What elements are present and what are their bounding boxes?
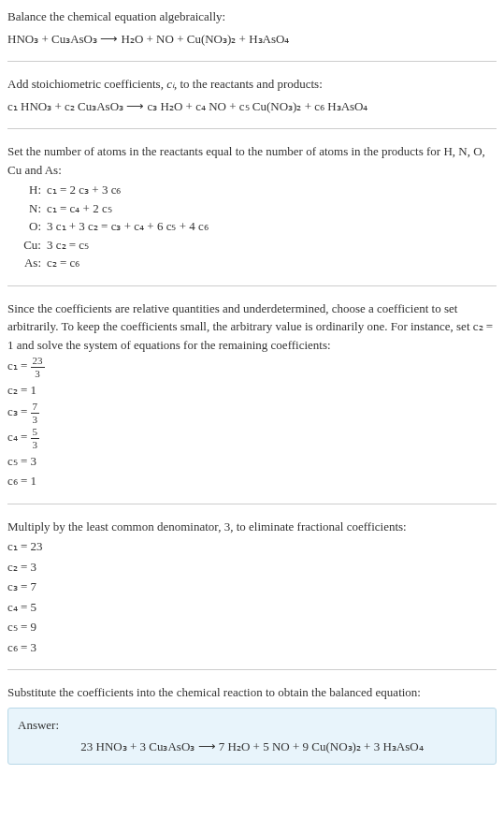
atom-label-cu: Cu: xyxy=(15,236,47,255)
atom-label-as: As: xyxy=(15,254,47,272)
c1-left: c₁ = xyxy=(7,358,31,373)
section-atom-balance: Set the number of atoms in the reactants… xyxy=(7,142,497,272)
section2-ci: cᵢ xyxy=(166,77,174,91)
section2-equation: c₁ HNO₃ + c₂ Cu₃AsO₃ ⟶ c₃ H₂O + c₄ NO + … xyxy=(7,97,497,116)
section2-title: Add stoichiometric coefficients, cᵢ, to … xyxy=(7,75,497,94)
coeff-c4: c₄ = 53 xyxy=(7,427,497,450)
coeff-c6-int: c₆ = 3 xyxy=(7,638,497,657)
c3-left: c₃ = xyxy=(7,404,31,418)
section-lcd: Multiply by the least common denominator… xyxy=(7,518,497,657)
divider xyxy=(7,61,497,62)
atom-eq-as: c₂ = c₆ xyxy=(47,254,79,272)
atom-row-n: N: c₁ = c₄ + 2 c₅ xyxy=(15,199,497,218)
atom-row-o: O: 3 c₁ + 3 c₂ = c₃ + c₄ + 6 c₅ + 4 c₆ xyxy=(15,217,497,236)
coeff-c2-int: c₂ = 3 xyxy=(7,558,497,577)
coeff-c4-int: c₄ = 5 xyxy=(7,598,497,617)
c3-num: 7 xyxy=(31,402,40,414)
section-stoich: Add stoichiometric coefficients, cᵢ, to … xyxy=(7,75,497,115)
atom-eq-o: 3 c₁ + 3 c₂ = c₃ + c₄ + 6 c₅ + 4 c₆ xyxy=(47,217,209,236)
c3-frac: 73 xyxy=(31,402,40,425)
atom-label-h: H: xyxy=(15,181,47,199)
coeff-c5: c₅ = 3 xyxy=(7,452,497,471)
c3-den: 3 xyxy=(31,414,40,425)
atom-row-cu: Cu: 3 c₂ = c₅ xyxy=(15,236,497,255)
coeff-c1: c₁ = 233 xyxy=(7,356,497,379)
section4-title: Since the coefficients are relative quan… xyxy=(7,300,497,355)
c1-den: 3 xyxy=(31,368,45,379)
divider xyxy=(7,128,497,129)
coeff-c3-int: c₃ = 7 xyxy=(7,577,497,596)
section2-title-a: Add stoichiometric coefficients, xyxy=(7,77,166,91)
c4-left: c₄ = xyxy=(7,430,31,444)
section1-equation: HNO₃ + Cu₃AsO₃ ⟶ H₂O + NO + Cu(NO₃)₂ + H… xyxy=(7,30,497,49)
section2-title-b: , to the reactants and products: xyxy=(174,77,323,91)
coeff-c1-int: c₁ = 23 xyxy=(7,537,497,556)
section-balance-intro: Balance the chemical equation algebraica… xyxy=(7,7,497,48)
coeff-c3: c₃ = 73 xyxy=(7,402,497,425)
coeff-c2: c₂ = 1 xyxy=(7,381,497,400)
coeff-list-fractional: c₁ = 233 c₂ = 1 c₃ = 73 c₄ = 53 c₅ = 3 c… xyxy=(7,356,497,490)
atom-eq-h: c₁ = 2 c₃ + 3 c₆ xyxy=(47,181,121,199)
c4-num: 5 xyxy=(31,427,40,439)
atom-label-n: N: xyxy=(15,199,47,218)
c4-den: 3 xyxy=(31,439,40,450)
c1-num: 23 xyxy=(31,356,45,368)
atom-row-h: H: c₁ = 2 c₃ + 3 c₆ xyxy=(15,181,497,199)
atom-eq-cu: 3 c₂ = c₅ xyxy=(47,236,89,255)
divider xyxy=(7,504,497,504)
answer-box: Answer: 23 HNO₃ + 3 Cu₃AsO₃ ⟶ 7 H₂O + 5 … xyxy=(7,708,497,765)
section5-title: Multiply by the least common denominator… xyxy=(7,518,497,536)
atom-row-as: As: c₂ = c₆ xyxy=(15,254,497,272)
answer-equation: 23 HNO₃ + 3 Cu₃AsO₃ ⟶ 7 H₂O + 5 NO + 9 C… xyxy=(18,738,486,756)
coeff-list-integer: c₁ = 23 c₂ = 3 c₃ = 7 c₄ = 5 c₅ = 9 c₆ =… xyxy=(7,537,497,656)
section1-title: Balance the chemical equation algebraica… xyxy=(7,7,497,26)
coeff-c5-int: c₅ = 9 xyxy=(7,618,497,636)
atom-label-o: O: xyxy=(15,217,47,236)
section6-title: Substitute the coefficients into the che… xyxy=(7,683,497,702)
section3-title: Set the number of atoms in the reactants… xyxy=(7,142,497,179)
atom-eq-n: c₁ = c₄ + 2 c₅ xyxy=(47,199,112,218)
divider xyxy=(7,669,497,670)
c1-frac: 233 xyxy=(31,356,45,379)
atom-table: H: c₁ = 2 c₃ + 3 c₆ N: c₁ = c₄ + 2 c₅ O:… xyxy=(15,181,497,272)
section-underdetermined: Since the coefficients are relative quan… xyxy=(7,300,497,490)
coeff-c6: c₆ = 1 xyxy=(7,472,497,490)
section-substitute: Substitute the coefficients into the che… xyxy=(7,683,497,765)
divider xyxy=(7,285,497,286)
answer-label: Answer: xyxy=(18,716,486,735)
c4-frac: 53 xyxy=(31,427,40,450)
